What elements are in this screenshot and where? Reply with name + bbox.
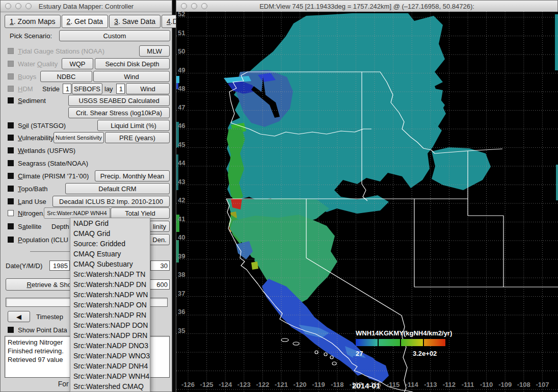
size-input[interactable]: 600	[148, 279, 170, 290]
close-button[interactable]	[181, 3, 187, 9]
density-button-stub[interactable]: Den.	[149, 234, 170, 245]
svg-text:49: 49	[178, 66, 185, 74]
shear-stress-button[interactable]: Crit. Shear Stress (log10kPa)	[68, 107, 170, 118]
iclus-button[interactable]: Decadal ICLUS B2 Imp. 2010-2100	[52, 196, 170, 207]
zoom-button[interactable]	[201, 3, 207, 9]
minimize-button[interactable]	[191, 3, 197, 9]
scenario-button[interactable]: Custom	[59, 30, 170, 41]
screen: Estuary Data Mapper: Controller 1. Zoom …	[0, 0, 558, 392]
menu-item[interactable]: Src:Water:NADP DNH4	[70, 361, 150, 371]
svg-text:-126: -126	[181, 381, 195, 388]
pre-years-button[interactable]: PRE (years)	[105, 132, 170, 143]
shear-row: Crit. Shear Stress (log10kPa)	[5, 107, 169, 119]
vulnerability-checkbox[interactable]	[8, 135, 14, 141]
zoom-button[interactable]	[25, 3, 32, 9]
sfbofs-button[interactable]: SFBOFS	[72, 83, 102, 94]
svg-text:-124: -124	[219, 381, 232, 388]
seabed-button[interactable]: USGS SEABED Calculated	[68, 95, 170, 106]
precip-button[interactable]: Precip. Monthly Mean	[95, 170, 170, 181]
stride-input[interactable]: 1	[63, 84, 71, 94]
menu-item[interactable]: Src:Water:NADP DNO3	[70, 341, 150, 351]
seagrass-row: Seagrass (State/NOAA)	[5, 157, 169, 169]
liquid-limit-button[interactable]: Liquid Limit (%)	[97, 120, 170, 131]
soil-checkbox[interactable]	[8, 122, 14, 128]
total-yield-button[interactable]: Total Yield	[111, 207, 170, 219]
satellite-checkbox[interactable]	[8, 223, 14, 229]
mlw-button[interactable]: MLW	[139, 45, 170, 57]
water-quality-row: Water Quality WQP Secchi Disk Depth	[5, 58, 169, 70]
topo-checkbox[interactable]	[8, 186, 14, 192]
nitrogen-checkbox[interactable]	[8, 210, 14, 216]
menu-item[interactable]: Src:Watershed CMAQ	[70, 381, 150, 391]
svg-text:-108: -108	[517, 381, 530, 388]
menu-item[interactable]: Src:Water:NADP WNH4	[70, 371, 150, 381]
landuse-checkbox[interactable]	[8, 198, 14, 204]
svg-text:-113: -113	[424, 381, 437, 388]
wqp-button[interactable]: WQP	[62, 58, 93, 69]
menu-item[interactable]: Src:Water:NADP WNO3	[70, 351, 150, 361]
timestep-back-button[interactable]: ◀	[8, 311, 30, 322]
menu-item[interactable]: Src:Waters:NADP DRN	[70, 330, 150, 341]
lay-label: lay	[104, 85, 113, 93]
svg-text:47: 47	[178, 103, 185, 111]
wetlands-row: Wetlands (USFWS)	[5, 144, 169, 156]
seagrass-label: Seagrass (State/NOAA)	[18, 160, 88, 167]
soil-row: Soil (STATSGO) Liquid Limit (%)	[5, 119, 169, 132]
menu-item[interactable]: Src:Watersh:NADP WN	[70, 290, 150, 300]
close-button[interactable]	[5, 3, 11, 9]
menu-item[interactable]: CMAQ Subestuary	[70, 259, 150, 269]
soil-label: Soil (STATSGO)	[18, 122, 66, 129]
wetlands-checkbox[interactable]	[8, 147, 14, 153]
seagrass-checkbox[interactable]	[8, 160, 14, 166]
climate-checkbox[interactable]	[8, 173, 14, 179]
menu-item[interactable]: Src:Watersh:NADP RN	[70, 310, 150, 320]
secchi-button[interactable]: Secchi Disk Depth	[95, 58, 170, 69]
water-quality-checkbox[interactable]	[8, 61, 14, 67]
hdm-checkbox[interactable]	[8, 86, 14, 92]
controller-titlebar[interactable]: Estuary Data Mapper: Controller	[1, 1, 172, 12]
tidal-checkbox[interactable]	[8, 48, 14, 54]
menu-item[interactable]: NADP Grid	[70, 218, 150, 228]
menu-item[interactable]: CMAQ Estuary	[70, 249, 150, 259]
population-checkbox[interactable]	[8, 237, 14, 243]
menu-item[interactable]: Src:Watersh:NADP DN	[70, 279, 150, 290]
svg-text:46: 46	[178, 122, 185, 129]
svg-text:-111: -111	[462, 381, 474, 388]
tab-save-data[interactable]: 3. Save Data	[109, 15, 161, 28]
nutrient-sensitivity-button[interactable]: Nutrient Sensitivity	[54, 132, 104, 143]
tab-row: 1. Zoom Maps 2. Get Data 3. Save Data 4.…	[5, 14, 169, 28]
ndbc-button[interactable]: NDBC	[40, 71, 92, 82]
pick-scenario-label: Pick Scenario:	[10, 32, 52, 40]
legend-max: 3.2e+02	[413, 350, 437, 357]
svg-text:43: 43	[178, 178, 185, 186]
default-crm-button[interactable]: Default CRM	[65, 183, 170, 194]
hdm-wind-button[interactable]: Wind	[126, 83, 170, 94]
tab-get-data[interactable]: 2. Get Data	[62, 15, 109, 28]
landuse-label: Land Use	[18, 198, 46, 205]
svg-text:35: 35	[178, 327, 185, 334]
buoys-wind-button[interactable]: Wind	[93, 71, 170, 82]
menu-item[interactable]: Src:Watersh:NADP ON	[70, 300, 150, 310]
menu-item[interactable]: Src:Waters:NADP DON	[70, 320, 150, 330]
view-titlebar[interactable]: EDM:View 745 [21.19433deg = 1757.242km] …	[176, 1, 557, 12]
sediment-checkbox[interactable]	[8, 97, 14, 103]
year-input[interactable]: 1985	[49, 260, 70, 271]
nitrogen-source-menubutton[interactable]: Src:Water:NADP WNH4	[44, 207, 110, 219]
lay-input[interactable]: 1	[116, 84, 125, 94]
minimize-button[interactable]	[15, 3, 21, 9]
view-window: EDM:View 745 [21.19433deg = 1757.242km] …	[176, 0, 558, 392]
show-point-checkbox[interactable]	[8, 327, 14, 333]
buoys-checkbox[interactable]	[8, 73, 14, 80]
menu-item[interactable]: CMAQ Grid	[70, 228, 150, 239]
day-input[interactable]: 30	[150, 260, 170, 271]
hdm-label: HDM	[18, 85, 33, 93]
svg-text:-119: -119	[312, 381, 325, 388]
menu-item[interactable]: Src:Watersh:NADP TN	[70, 269, 150, 279]
svg-text:-110: -110	[480, 381, 493, 388]
menu-item[interactable]: Source: Gridded	[70, 239, 150, 249]
population-label: Population (ICLU	[18, 236, 68, 244]
salinity-button-stub[interactable]: linity	[149, 221, 170, 232]
tab-zoom-maps[interactable]: 1. Zoom Maps	[5, 15, 61, 28]
svg-text:52: 52	[178, 12, 185, 18]
timestep-label: Timestep	[36, 313, 63, 321]
